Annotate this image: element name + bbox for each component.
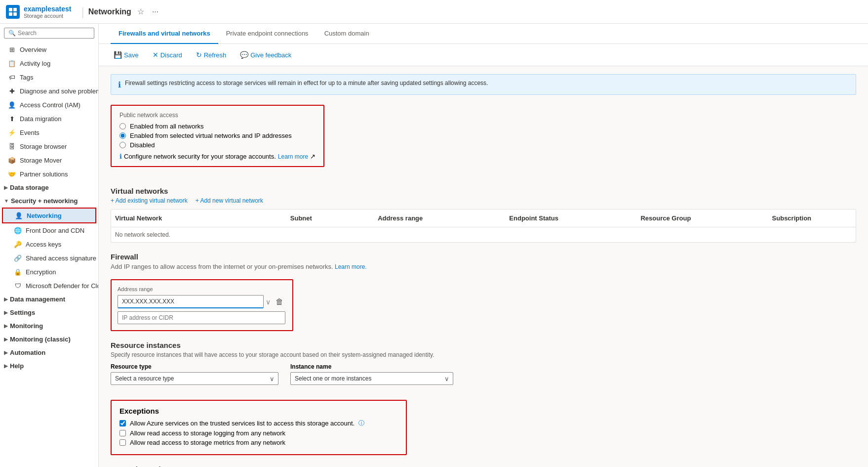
virtual-networks-title: Virtual networks	[111, 187, 856, 195]
app-logo: examplesatest Storage account	[6, 5, 72, 19]
radio-disabled-input[interactable]	[119, 142, 126, 148]
sidebar-item-tags[interactable]: 🏷 Tags	[0, 70, 98, 84]
address-range-box: Address range ∨ 🗑	[111, 279, 293, 331]
tab-custom-domain[interactable]: Custom domain	[316, 24, 377, 44]
access-control-icon: 👤	[8, 101, 16, 109]
radio-all-networks-label: Enabled from all networks	[130, 123, 204, 130]
shared-access-icon: 🔗	[14, 254, 22, 262]
instance-name-label: Instance name	[290, 363, 453, 370]
toolbar: 💾 Save ✕ Discard ↻ Refresh 💬 Give feedba…	[99, 44, 868, 66]
sidebar-nav: ⊞ Overview 📋 Activity log 🏷 Tags ✚ Diagn…	[0, 42, 98, 467]
th-virtual-network: Virtual Network	[111, 212, 286, 224]
refresh-button[interactable]: ↻ Refresh	[193, 49, 230, 61]
section-help[interactable]: ▶ Help	[0, 359, 98, 373]
sidebar-item-storage-mover[interactable]: 📦 Storage Mover	[0, 153, 98, 167]
ip-address-input[interactable]	[118, 295, 264, 308]
instance-name-col: Instance name Select one or more instanc…	[290, 363, 453, 385]
data-storage-label: Data storage	[10, 184, 49, 191]
exception-read-logging-checkbox[interactable]	[119, 430, 126, 436]
radio-disabled[interactable]: Disabled	[119, 141, 316, 149]
feedback-button[interactable]: 💬 Give feedback	[237, 49, 294, 61]
exception-trusted-checkbox[interactable]	[119, 420, 126, 426]
sidebar-item-diagnose[interactable]: ✚ Diagnose and solve problems	[0, 84, 98, 98]
exception-read-metrics-checkbox[interactable]	[119, 439, 126, 446]
favorite-button[interactable]: ☆	[135, 5, 146, 18]
search-box: 🔍	[0, 24, 98, 42]
instance-name-select[interactable]: Select one or more instances	[290, 372, 453, 385]
save-label: Save	[124, 51, 139, 59]
sidebar-item-activity-log[interactable]: 📋 Activity log	[0, 56, 98, 70]
sidebar-item-encryption[interactable]: 🔒 Encryption	[0, 265, 98, 279]
sidebar-item-defender[interactable]: 🛡 Microsoft Defender for Cloud	[0, 279, 98, 293]
discard-icon: ✕	[153, 51, 158, 59]
th-address-range: Address range	[374, 212, 505, 224]
svg-rect-3	[13, 12, 17, 16]
access-keys-label: Access keys	[26, 241, 61, 248]
security-networking-label: Security + networking	[11, 197, 78, 205]
section-data-management[interactable]: ▶ Data management	[0, 293, 98, 306]
add-new-vnet-button[interactable]: + Add new virtual network	[196, 197, 263, 204]
sidebar-item-access-keys[interactable]: 🔑 Access keys	[0, 237, 98, 251]
activity-log-label: Activity log	[20, 60, 50, 67]
sidebar-item-overview[interactable]: ⊞ Overview	[0, 42, 98, 56]
configure-learn-more[interactable]: Learn more	[278, 153, 308, 160]
exception-trusted-label: Allow Azure services on the trusted serv…	[130, 420, 355, 427]
sidebar-item-networking[interactable]: 👤 Networking	[2, 208, 96, 223]
add-existing-vnet-button[interactable]: + Add existing virtual network	[111, 197, 188, 204]
sidebar-item-storage-browser[interactable]: 🗄 Storage browser	[0, 139, 98, 153]
firewall-learn-more[interactable]: Learn more.	[335, 263, 367, 270]
resource-type-select[interactable]: Select a resource type	[111, 372, 278, 385]
sidebar-item-front-door[interactable]: 🌐 Front Door and CDN	[0, 223, 98, 237]
sidebar-item-shared-access[interactable]: 🔗 Shared access signature	[0, 251, 98, 265]
help-chevron: ▶	[4, 363, 8, 369]
exception-info-icon[interactable]: ⓘ	[358, 419, 364, 427]
partner-label: Partner solutions	[20, 170, 68, 178]
radio-selected-networks-input[interactable]	[119, 132, 126, 139]
monitoring-chevron: ▶	[4, 323, 8, 329]
exceptions-box: Exceptions Allow Azure services on the t…	[111, 400, 407, 455]
section-automation[interactable]: ▶ Automation	[0, 346, 98, 359]
sidebar-item-data-migration[interactable]: ⬆ Data migration	[0, 112, 98, 126]
search-input[interactable]	[18, 30, 90, 37]
defender-icon: 🛡	[14, 282, 22, 290]
tab-firewalls[interactable]: Firewalls and virtual networks	[111, 24, 218, 44]
radio-selected-networks[interactable]: Enabled from selected virtual networks a…	[119, 132, 316, 139]
sidebar-item-events[interactable]: ⚡ Events	[0, 126, 98, 139]
main-layout: 🔍 ⊞ Overview 📋 Activity log 🏷 Tags ✚ Dia…	[0, 24, 868, 467]
settings-label: Settings	[10, 309, 35, 316]
more-options-button[interactable]: ···	[150, 5, 160, 18]
discard-button[interactable]: ✕ Discard	[150, 49, 185, 61]
vnet-table: Virtual Network Subnet Address range End…	[111, 209, 856, 243]
resource-instances-title: Resource instances	[111, 341, 856, 349]
data-management-label: Data management	[10, 296, 65, 303]
radio-selected-networks-label: Enabled from selected virtual networks a…	[130, 132, 292, 139]
section-monitoring[interactable]: ▶ Monitoring	[0, 319, 98, 333]
search-wrapper[interactable]: 🔍	[4, 28, 94, 39]
radio-all-networks-input[interactable]	[119, 123, 126, 129]
section-security-networking[interactable]: ▼ Security + networking	[0, 194, 98, 208]
firewall-section: Firewall Add IP ranges to allow access f…	[111, 253, 856, 331]
cidr-input[interactable]	[118, 311, 285, 324]
section-monitoring-classic[interactable]: ▶ Monitoring (classic)	[0, 333, 98, 346]
tab-private-endpoints[interactable]: Private endpoint connections	[218, 24, 316, 44]
exception-read-logging[interactable]: Allow read access to storage logging fro…	[119, 429, 398, 437]
save-button[interactable]: 💾 Save	[111, 49, 142, 61]
delete-ip-button[interactable]: 🗑	[273, 297, 286, 307]
main-content: Firewalls and virtual networks Private e…	[99, 24, 868, 467]
account-name: examplesatest	[24, 5, 72, 13]
sidebar-item-access-control[interactable]: 👤 Access Control (IAM)	[0, 98, 98, 112]
exception-trusted-services[interactable]: Allow Azure services on the trusted serv…	[119, 419, 398, 427]
events-label: Events	[20, 129, 39, 136]
section-settings[interactable]: ▶ Settings	[0, 306, 98, 319]
resource-type-col: Resource type Select a resource type ∨	[111, 363, 278, 385]
public-network-label: Public network access	[119, 112, 316, 119]
sidebar-item-partner-solutions[interactable]: 🤝 Partner solutions	[0, 167, 98, 181]
radio-all-networks[interactable]: Enabled from all networks	[119, 123, 316, 130]
overview-icon: ⊞	[8, 45, 16, 53]
info-banner: ℹ Firewall settings restricting access t…	[111, 74, 856, 95]
address-input-row: ∨ 🗑	[118, 295, 286, 308]
no-network-text: No network selected.	[111, 227, 856, 242]
storage-mover-label: Storage Mover	[20, 157, 62, 164]
exception-read-metrics[interactable]: Allow read access to storage metrics fro…	[119, 439, 398, 446]
section-data-storage[interactable]: ▶ Data storage	[0, 181, 98, 194]
